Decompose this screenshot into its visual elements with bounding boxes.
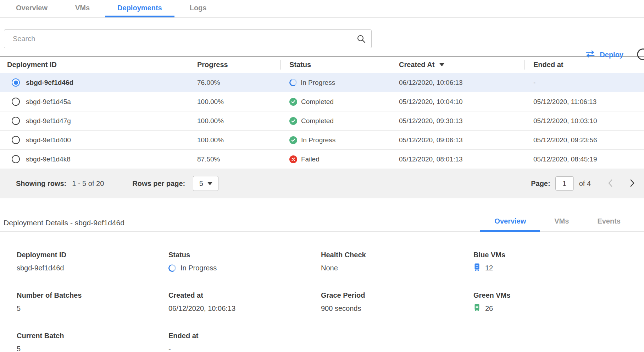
field-label: Green VMs <box>473 291 644 299</box>
field-label: Grace Period <box>321 291 473 299</box>
tab-overview[interactable]: Overview <box>4 0 60 17</box>
error-circle-icon <box>289 155 297 163</box>
sort-desc-icon <box>439 63 444 66</box>
chevron-left-icon <box>608 179 613 188</box>
progress-cell: 100.00% <box>188 131 280 149</box>
field-blue-vms: Blue VMs 12 <box>473 251 644 273</box>
toolbar: Deploy <box>0 18 644 56</box>
status-label: In Progress <box>301 79 335 87</box>
deployment-id-cell: sbgd-9ef1d46d <box>26 79 73 87</box>
field-value: In Progress <box>181 264 217 272</box>
vm-server-icon <box>473 304 481 313</box>
progress-cell: 87.50% <box>188 150 280 169</box>
status-label: In Progress <box>301 136 335 144</box>
row-radio[interactable] <box>12 136 20 144</box>
deployment-id-cell: sbgd-9ef1d45a <box>26 98 71 106</box>
check-circle-icon <box>289 98 297 106</box>
table-pagination-bar: Showing rows: 1 - 5 of 20 Rows per page:… <box>0 169 644 198</box>
field-current-batch: Current Batch 5 <box>17 332 168 352</box>
deployment-id-cell: sbgd-9ef1d400 <box>26 136 71 144</box>
field-value: 26 <box>485 304 493 313</box>
deployment-id-cell: sbgd-9ef1d4k8 <box>26 155 71 163</box>
details-title: Deployment Details - sbgd-9ef1d46d <box>4 219 124 227</box>
chevron-right-icon <box>630 179 635 188</box>
main-tabbar: Overview VMs Deployments Logs <box>0 0 644 18</box>
progress-cell: 76.00% <box>188 73 280 92</box>
tab-deployments[interactable]: Deployments <box>105 0 174 17</box>
field-number-of-batches: Number of Batches 5 <box>17 291 168 313</box>
tab-vms[interactable]: VMs <box>63 0 102 17</box>
next-page-button[interactable] <box>630 179 635 188</box>
details-tabbar: Overview VMs Events <box>480 217 635 231</box>
tab-logs[interactable]: Logs <box>177 0 219 17</box>
created-at-cell: 05/12/2020, 10:04:10 <box>390 92 524 111</box>
field-health-check: Health Check None <box>321 251 473 273</box>
field-ended-at: Ended at - <box>168 332 321 352</box>
ended-at-cell: 05/12/2020, 11:06:13 <box>524 92 644 111</box>
ended-at-cell: - <box>524 73 644 92</box>
search-input[interactable] <box>4 29 372 48</box>
field-label: Created at <box>168 291 321 299</box>
created-at-cell: 05/12/2020, 08:01:13 <box>390 150 524 169</box>
search-icon <box>357 34 366 45</box>
details-tab-vms[interactable]: VMs <box>540 217 583 232</box>
created-at-cell: 05/12/2020, 09:06:13 <box>390 131 524 149</box>
field-created-at: Created at 06/12/2020, 10:06:13 <box>168 291 321 313</box>
status-label: Failed <box>301 155 320 163</box>
field-status: Status In Progress <box>168 251 321 273</box>
details-header: Deployment Details - sbgd-9ef1d46d Overv… <box>0 215 644 232</box>
spinner-icon <box>289 78 298 87</box>
showing-rows-label: Showing rows: <box>16 180 66 188</box>
ended-at-cell: 05/12/2020, 09:23:56 <box>524 131 644 149</box>
row-radio[interactable] <box>12 98 20 106</box>
column-header-deployment-id[interactable]: Deployment ID <box>0 57 188 73</box>
field-value: 12 <box>485 264 493 272</box>
column-header-ended-at[interactable]: Ended at <box>524 57 644 73</box>
row-radio[interactable] <box>12 155 20 163</box>
table-header-row: Deployment ID Progress Status Created At… <box>0 57 644 73</box>
rows-per-page-label: Rows per page: <box>132 180 185 188</box>
field-label: Status <box>168 251 321 259</box>
progress-cell: 100.00% <box>188 111 280 130</box>
column-header-status[interactable]: Status <box>280 57 390 73</box>
field-grace-period: Grace Period 900 seconds <box>321 291 473 313</box>
table-row[interactable]: sbgd-9ef1d4k8 87.50% Failed 05/12/2020, … <box>0 149 644 169</box>
check-circle-icon <box>289 117 297 125</box>
details-grid: Deployment ID sbgd-9ef1d46d Status In Pr… <box>0 232 644 352</box>
ended-at-cell: 05/12/2020, 10:03:10 <box>524 111 644 130</box>
column-header-created-at[interactable]: Created At <box>390 57 524 73</box>
field-value: 5 <box>17 304 168 313</box>
previous-page-button[interactable] <box>608 179 613 188</box>
field-label: Blue VMs <box>473 251 644 259</box>
rows-per-page-select[interactable]: 5 <box>193 176 218 191</box>
details-tab-events[interactable]: Events <box>583 217 635 232</box>
field-deployment-id: Deployment ID sbgd-9ef1d46d <box>17 251 168 273</box>
vm-server-icon <box>473 263 481 273</box>
rows-per-page-value: 5 <box>199 180 203 188</box>
ended-at-cell: 05/12/2020, 08:45:19 <box>524 150 644 169</box>
table-row[interactable]: sbgd-9ef1d46d 76.00% In Progress 06/12/2… <box>0 73 644 92</box>
field-value: sbgd-9ef1d46d <box>17 263 168 273</box>
showing-rows-value: 1 - 5 of 20 <box>72 180 104 188</box>
created-at-cell: 06/12/2020, 10:06:13 <box>390 73 524 92</box>
status-label: Completed <box>301 117 334 125</box>
column-header-progress[interactable]: Progress <box>188 57 280 73</box>
field-label: Deployment ID <box>17 251 168 259</box>
column-header-created-at-label: Created At <box>399 61 434 69</box>
deployments-table: Deployment ID Progress Status Created At… <box>0 56 644 198</box>
table-row[interactable]: sbgd-9ef1d47g 100.00% Completed 05/12/20… <box>0 111 644 130</box>
page-label: Page: <box>531 180 550 188</box>
status-label: Completed <box>301 98 334 106</box>
chevron-down-icon <box>207 182 212 185</box>
field-value: None <box>321 263 473 273</box>
field-value: 5 <box>17 344 168 352</box>
table-row[interactable]: sbgd-9ef1d400 100.00% In Progress 05/12/… <box>0 130 644 149</box>
row-radio-selected[interactable] <box>12 78 20 87</box>
check-circle-icon <box>289 136 297 144</box>
field-label: Number of Batches <box>17 291 168 299</box>
row-radio[interactable] <box>12 117 20 125</box>
table-row[interactable]: sbgd-9ef1d45a 100.00% Completed 05/12/20… <box>0 92 644 111</box>
details-tab-overview[interactable]: Overview <box>480 217 540 232</box>
page-number-input[interactable] <box>555 176 574 191</box>
field-value: 900 seconds <box>321 304 473 313</box>
